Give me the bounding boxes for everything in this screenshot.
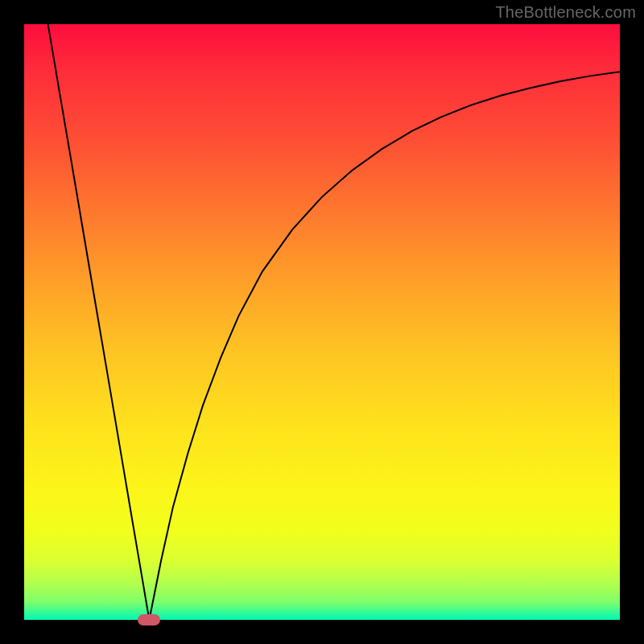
watermark-text: TheBottleneck.com (495, 3, 636, 22)
chart-container: TheBottleneck.com (0, 0, 644, 644)
curve-right (149, 72, 620, 620)
plot-area (24, 24, 620, 620)
curve-left (48, 24, 150, 620)
min-marker (138, 614, 160, 625)
curve-svg (24, 24, 620, 620)
